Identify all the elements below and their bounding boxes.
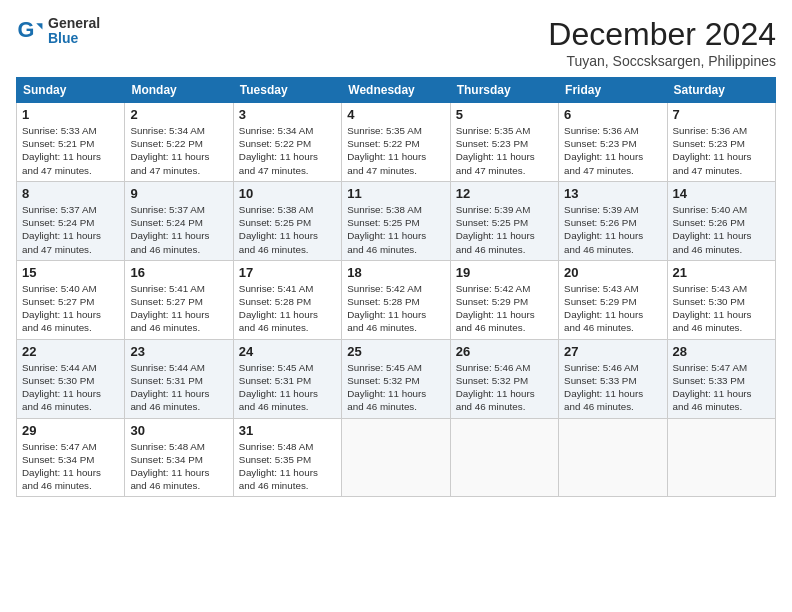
day-number: 12 bbox=[456, 186, 553, 201]
cell-sun-info: Sunrise: 5:44 AM Sunset: 5:31 PM Dayligh… bbox=[130, 361, 227, 414]
cell-sun-info: Sunrise: 5:42 AM Sunset: 5:29 PM Dayligh… bbox=[456, 282, 553, 335]
day-number: 22 bbox=[22, 344, 119, 359]
cell-sun-info: Sunrise: 5:42 AM Sunset: 5:28 PM Dayligh… bbox=[347, 282, 444, 335]
calendar-cell: 31Sunrise: 5:48 AM Sunset: 5:35 PM Dayli… bbox=[233, 418, 341, 497]
day-number: 5 bbox=[456, 107, 553, 122]
logo-icon: G bbox=[16, 17, 44, 45]
calendar-cell bbox=[450, 418, 558, 497]
cell-sun-info: Sunrise: 5:35 AM Sunset: 5:23 PM Dayligh… bbox=[456, 124, 553, 177]
cell-sun-info: Sunrise: 5:40 AM Sunset: 5:26 PM Dayligh… bbox=[673, 203, 770, 256]
cell-sun-info: Sunrise: 5:45 AM Sunset: 5:31 PM Dayligh… bbox=[239, 361, 336, 414]
calendar-cell: 27Sunrise: 5:46 AM Sunset: 5:33 PM Dayli… bbox=[559, 339, 667, 418]
day-number: 10 bbox=[239, 186, 336, 201]
day-number: 7 bbox=[673, 107, 770, 122]
day-number: 20 bbox=[564, 265, 661, 280]
calendar-header-friday: Friday bbox=[559, 78, 667, 103]
cell-sun-info: Sunrise: 5:37 AM Sunset: 5:24 PM Dayligh… bbox=[22, 203, 119, 256]
calendar-cell: 14Sunrise: 5:40 AM Sunset: 5:26 PM Dayli… bbox=[667, 181, 775, 260]
cell-sun-info: Sunrise: 5:47 AM Sunset: 5:33 PM Dayligh… bbox=[673, 361, 770, 414]
calendar-cell: 10Sunrise: 5:38 AM Sunset: 5:25 PM Dayli… bbox=[233, 181, 341, 260]
calendar-cell: 15Sunrise: 5:40 AM Sunset: 5:27 PM Dayli… bbox=[17, 260, 125, 339]
calendar-cell: 29Sunrise: 5:47 AM Sunset: 5:34 PM Dayli… bbox=[17, 418, 125, 497]
title-block: December 2024 Tuyan, Soccsksargen, Phili… bbox=[548, 16, 776, 69]
cell-sun-info: Sunrise: 5:48 AM Sunset: 5:34 PM Dayligh… bbox=[130, 440, 227, 493]
day-number: 19 bbox=[456, 265, 553, 280]
calendar-cell: 19Sunrise: 5:42 AM Sunset: 5:29 PM Dayli… bbox=[450, 260, 558, 339]
svg-text:G: G bbox=[18, 18, 35, 43]
calendar-cell: 23Sunrise: 5:44 AM Sunset: 5:31 PM Dayli… bbox=[125, 339, 233, 418]
cell-sun-info: Sunrise: 5:38 AM Sunset: 5:25 PM Dayligh… bbox=[347, 203, 444, 256]
logo: G General Blue bbox=[16, 16, 100, 47]
calendar-cell: 1Sunrise: 5:33 AM Sunset: 5:21 PM Daylig… bbox=[17, 103, 125, 182]
day-number: 21 bbox=[673, 265, 770, 280]
calendar-header-sunday: Sunday bbox=[17, 78, 125, 103]
day-number: 6 bbox=[564, 107, 661, 122]
calendar-cell bbox=[559, 418, 667, 497]
day-number: 27 bbox=[564, 344, 661, 359]
calendar-week-row: 1Sunrise: 5:33 AM Sunset: 5:21 PM Daylig… bbox=[17, 103, 776, 182]
day-number: 8 bbox=[22, 186, 119, 201]
calendar-cell: 4Sunrise: 5:35 AM Sunset: 5:22 PM Daylig… bbox=[342, 103, 450, 182]
cell-sun-info: Sunrise: 5:40 AM Sunset: 5:27 PM Dayligh… bbox=[22, 282, 119, 335]
calendar-cell: 17Sunrise: 5:41 AM Sunset: 5:28 PM Dayli… bbox=[233, 260, 341, 339]
cell-sun-info: Sunrise: 5:41 AM Sunset: 5:28 PM Dayligh… bbox=[239, 282, 336, 335]
calendar-week-row: 29Sunrise: 5:47 AM Sunset: 5:34 PM Dayli… bbox=[17, 418, 776, 497]
day-number: 3 bbox=[239, 107, 336, 122]
calendar-cell: 9Sunrise: 5:37 AM Sunset: 5:24 PM Daylig… bbox=[125, 181, 233, 260]
calendar-header-monday: Monday bbox=[125, 78, 233, 103]
calendar-week-row: 15Sunrise: 5:40 AM Sunset: 5:27 PM Dayli… bbox=[17, 260, 776, 339]
cell-sun-info: Sunrise: 5:46 AM Sunset: 5:32 PM Dayligh… bbox=[456, 361, 553, 414]
day-number: 17 bbox=[239, 265, 336, 280]
day-number: 28 bbox=[673, 344, 770, 359]
calendar-cell: 21Sunrise: 5:43 AM Sunset: 5:30 PM Dayli… bbox=[667, 260, 775, 339]
calendar-cell: 25Sunrise: 5:45 AM Sunset: 5:32 PM Dayli… bbox=[342, 339, 450, 418]
day-number: 4 bbox=[347, 107, 444, 122]
calendar-header-tuesday: Tuesday bbox=[233, 78, 341, 103]
cell-sun-info: Sunrise: 5:45 AM Sunset: 5:32 PM Dayligh… bbox=[347, 361, 444, 414]
cell-sun-info: Sunrise: 5:38 AM Sunset: 5:25 PM Dayligh… bbox=[239, 203, 336, 256]
day-number: 24 bbox=[239, 344, 336, 359]
cell-sun-info: Sunrise: 5:37 AM Sunset: 5:24 PM Dayligh… bbox=[130, 203, 227, 256]
calendar-cell: 18Sunrise: 5:42 AM Sunset: 5:28 PM Dayli… bbox=[342, 260, 450, 339]
calendar-cell: 12Sunrise: 5:39 AM Sunset: 5:25 PM Dayli… bbox=[450, 181, 558, 260]
calendar-header-wednesday: Wednesday bbox=[342, 78, 450, 103]
calendar-table: SundayMondayTuesdayWednesdayThursdayFrid… bbox=[16, 77, 776, 497]
day-number: 2 bbox=[130, 107, 227, 122]
day-number: 23 bbox=[130, 344, 227, 359]
calendar-header-thursday: Thursday bbox=[450, 78, 558, 103]
cell-sun-info: Sunrise: 5:34 AM Sunset: 5:22 PM Dayligh… bbox=[239, 124, 336, 177]
svg-marker-1 bbox=[36, 24, 42, 30]
calendar-cell: 11Sunrise: 5:38 AM Sunset: 5:25 PM Dayli… bbox=[342, 181, 450, 260]
cell-sun-info: Sunrise: 5:34 AM Sunset: 5:22 PM Dayligh… bbox=[130, 124, 227, 177]
cell-sun-info: Sunrise: 5:35 AM Sunset: 5:22 PM Dayligh… bbox=[347, 124, 444, 177]
cell-sun-info: Sunrise: 5:43 AM Sunset: 5:29 PM Dayligh… bbox=[564, 282, 661, 335]
day-number: 29 bbox=[22, 423, 119, 438]
day-number: 18 bbox=[347, 265, 444, 280]
calendar-cell: 16Sunrise: 5:41 AM Sunset: 5:27 PM Dayli… bbox=[125, 260, 233, 339]
calendar-cell: 3Sunrise: 5:34 AM Sunset: 5:22 PM Daylig… bbox=[233, 103, 341, 182]
cell-sun-info: Sunrise: 5:33 AM Sunset: 5:21 PM Dayligh… bbox=[22, 124, 119, 177]
calendar-cell: 5Sunrise: 5:35 AM Sunset: 5:23 PM Daylig… bbox=[450, 103, 558, 182]
day-number: 14 bbox=[673, 186, 770, 201]
calendar-cell bbox=[667, 418, 775, 497]
calendar-cell: 13Sunrise: 5:39 AM Sunset: 5:26 PM Dayli… bbox=[559, 181, 667, 260]
day-number: 13 bbox=[564, 186, 661, 201]
cell-sun-info: Sunrise: 5:39 AM Sunset: 5:25 PM Dayligh… bbox=[456, 203, 553, 256]
day-number: 9 bbox=[130, 186, 227, 201]
cell-sun-info: Sunrise: 5:39 AM Sunset: 5:26 PM Dayligh… bbox=[564, 203, 661, 256]
calendar-cell: 2Sunrise: 5:34 AM Sunset: 5:22 PM Daylig… bbox=[125, 103, 233, 182]
cell-sun-info: Sunrise: 5:41 AM Sunset: 5:27 PM Dayligh… bbox=[130, 282, 227, 335]
day-number: 26 bbox=[456, 344, 553, 359]
calendar-cell: 20Sunrise: 5:43 AM Sunset: 5:29 PM Dayli… bbox=[559, 260, 667, 339]
calendar-cell: 8Sunrise: 5:37 AM Sunset: 5:24 PM Daylig… bbox=[17, 181, 125, 260]
calendar-cell: 6Sunrise: 5:36 AM Sunset: 5:23 PM Daylig… bbox=[559, 103, 667, 182]
calendar-cell: 7Sunrise: 5:36 AM Sunset: 5:23 PM Daylig… bbox=[667, 103, 775, 182]
day-number: 31 bbox=[239, 423, 336, 438]
logo-blue-text: Blue bbox=[48, 31, 100, 46]
day-number: 11 bbox=[347, 186, 444, 201]
calendar-cell: 30Sunrise: 5:48 AM Sunset: 5:34 PM Dayli… bbox=[125, 418, 233, 497]
cell-sun-info: Sunrise: 5:43 AM Sunset: 5:30 PM Dayligh… bbox=[673, 282, 770, 335]
calendar-body: 1Sunrise: 5:33 AM Sunset: 5:21 PM Daylig… bbox=[17, 103, 776, 497]
calendar-cell: 22Sunrise: 5:44 AM Sunset: 5:30 PM Dayli… bbox=[17, 339, 125, 418]
calendar-cell: 28Sunrise: 5:47 AM Sunset: 5:33 PM Dayli… bbox=[667, 339, 775, 418]
